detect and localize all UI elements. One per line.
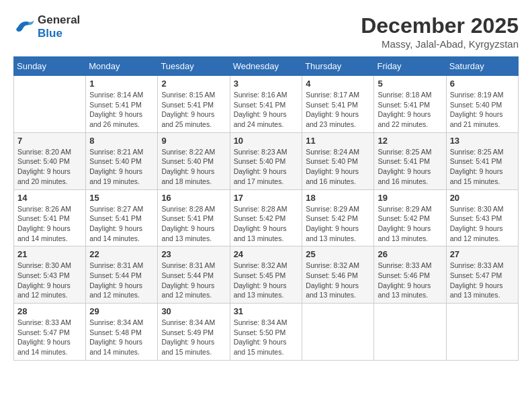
day-number: 5 bbox=[378, 79, 442, 89]
day-info: Sunrise: 8:21 AMSunset: 5:40 PMDaylight:… bbox=[89, 147, 154, 187]
page-container: General Blue December 2025 Massy, Jalal-… bbox=[13, 13, 519, 361]
day-info: Sunrise: 8:30 AMSunset: 5:43 PMDaylight:… bbox=[17, 261, 82, 300]
calendar-cell: 16Sunrise: 8:28 AMSunset: 5:41 PMDayligh… bbox=[158, 189, 230, 246]
calendar-week-4: 21Sunrise: 8:30 AMSunset: 5:43 PMDayligh… bbox=[14, 246, 519, 304]
calendar-cell: 9Sunrise: 8:22 AMSunset: 5:40 PMDaylight… bbox=[158, 132, 230, 189]
day-number: 20 bbox=[450, 193, 515, 203]
day-number: 19 bbox=[378, 193, 442, 203]
calendar-cell: 19Sunrise: 8:29 AMSunset: 5:42 PMDayligh… bbox=[374, 189, 446, 246]
day-info: Sunrise: 8:26 AMSunset: 5:41 PMDaylight:… bbox=[17, 204, 82, 244]
day-number: 8 bbox=[89, 136, 154, 146]
calendar-cell bbox=[14, 76, 86, 133]
day-info: Sunrise: 8:25 AMSunset: 5:41 PMDaylight:… bbox=[378, 147, 442, 187]
day-info: Sunrise: 8:31 AMSunset: 5:44 PMDaylight:… bbox=[89, 261, 154, 300]
calendar-cell: 10Sunrise: 8:23 AMSunset: 5:40 PMDayligh… bbox=[230, 132, 302, 189]
day-number: 22 bbox=[89, 249, 154, 259]
col-tuesday: Tuesday bbox=[158, 57, 230, 76]
calendar-cell: 2Sunrise: 8:15 AMSunset: 5:41 PMDaylight… bbox=[158, 76, 230, 133]
logo-text: General Blue bbox=[38, 13, 80, 40]
col-saturday: Saturday bbox=[446, 57, 518, 76]
day-number: 15 bbox=[89, 193, 154, 203]
day-info: Sunrise: 8:14 AMSunset: 5:41 PMDaylight:… bbox=[89, 90, 154, 130]
day-info: Sunrise: 8:28 AMSunset: 5:41 PMDaylight:… bbox=[161, 204, 226, 244]
day-number: 10 bbox=[234, 136, 299, 146]
calendar-header-row: Sunday Monday Tuesday Wednesday Thursday… bbox=[14, 57, 519, 76]
calendar-cell: 28Sunrise: 8:33 AMSunset: 5:47 PMDayligh… bbox=[14, 304, 86, 361]
day-info: Sunrise: 8:29 AMSunset: 5:42 PMDaylight:… bbox=[378, 204, 442, 244]
day-info: Sunrise: 8:19 AMSunset: 5:40 PMDaylight:… bbox=[450, 90, 515, 130]
day-info: Sunrise: 8:30 AMSunset: 5:43 PMDaylight:… bbox=[450, 204, 515, 244]
col-wednesday: Wednesday bbox=[230, 57, 302, 76]
day-info: Sunrise: 8:34 AMSunset: 5:50 PMDaylight:… bbox=[234, 318, 299, 357]
day-info: Sunrise: 8:33 AMSunset: 5:47 PMDaylight:… bbox=[17, 318, 82, 357]
day-number: 11 bbox=[306, 136, 370, 146]
calendar-cell: 25Sunrise: 8:32 AMSunset: 5:46 PMDayligh… bbox=[302, 246, 374, 304]
day-info: Sunrise: 8:17 AMSunset: 5:41 PMDaylight:… bbox=[306, 90, 370, 130]
calendar-cell: 27Sunrise: 8:33 AMSunset: 5:47 PMDayligh… bbox=[446, 246, 518, 304]
day-number: 14 bbox=[17, 193, 82, 203]
day-number: 2 bbox=[161, 79, 226, 89]
day-number: 27 bbox=[450, 249, 515, 259]
header: General Blue December 2025 Massy, Jalal-… bbox=[13, 13, 519, 50]
day-info: Sunrise: 8:34 AMSunset: 5:49 PMDaylight:… bbox=[161, 318, 226, 357]
calendar-cell: 5Sunrise: 8:18 AMSunset: 5:41 PMDaylight… bbox=[374, 76, 446, 133]
day-number: 29 bbox=[89, 306, 154, 316]
day-number: 24 bbox=[234, 249, 299, 259]
calendar-cell: 31Sunrise: 8:34 AMSunset: 5:50 PMDayligh… bbox=[230, 304, 302, 361]
day-number: 13 bbox=[450, 136, 515, 146]
calendar-week-3: 14Sunrise: 8:26 AMSunset: 5:41 PMDayligh… bbox=[14, 189, 519, 246]
day-number: 18 bbox=[306, 193, 370, 203]
col-monday: Monday bbox=[86, 57, 158, 76]
calendar-week-5: 28Sunrise: 8:33 AMSunset: 5:47 PMDayligh… bbox=[14, 304, 519, 361]
day-info: Sunrise: 8:24 AMSunset: 5:40 PMDaylight:… bbox=[306, 147, 370, 187]
day-number: 26 bbox=[378, 249, 442, 259]
calendar-week-2: 7Sunrise: 8:20 AMSunset: 5:40 PMDaylight… bbox=[14, 132, 519, 189]
col-thursday: Thursday bbox=[302, 57, 374, 76]
calendar-cell: 14Sunrise: 8:26 AMSunset: 5:41 PMDayligh… bbox=[14, 189, 86, 246]
day-info: Sunrise: 8:23 AMSunset: 5:40 PMDaylight:… bbox=[234, 147, 299, 187]
calendar-cell: 1Sunrise: 8:14 AMSunset: 5:41 PMDaylight… bbox=[86, 76, 158, 133]
calendar-cell: 3Sunrise: 8:16 AMSunset: 5:41 PMDaylight… bbox=[230, 76, 302, 133]
calendar-cell: 30Sunrise: 8:34 AMSunset: 5:49 PMDayligh… bbox=[158, 304, 230, 361]
calendar-cell bbox=[374, 304, 446, 361]
calendar-cell: 8Sunrise: 8:21 AMSunset: 5:40 PMDaylight… bbox=[86, 132, 158, 189]
day-info: Sunrise: 8:29 AMSunset: 5:42 PMDaylight:… bbox=[306, 204, 370, 244]
day-info: Sunrise: 8:18 AMSunset: 5:41 PMDaylight:… bbox=[378, 90, 442, 130]
calendar-cell: 29Sunrise: 8:34 AMSunset: 5:48 PMDayligh… bbox=[86, 304, 158, 361]
calendar-cell: 22Sunrise: 8:31 AMSunset: 5:44 PMDayligh… bbox=[86, 246, 158, 304]
calendar-cell: 18Sunrise: 8:29 AMSunset: 5:42 PMDayligh… bbox=[302, 189, 374, 246]
calendar-cell: 15Sunrise: 8:27 AMSunset: 5:41 PMDayligh… bbox=[86, 189, 158, 246]
col-sunday: Sunday bbox=[14, 57, 86, 76]
day-number: 23 bbox=[161, 249, 226, 259]
day-number: 25 bbox=[306, 249, 370, 259]
title-section: December 2025 Massy, Jalal-Abad, Kyrgyzs… bbox=[361, 13, 519, 50]
day-number: 3 bbox=[234, 79, 299, 89]
day-info: Sunrise: 8:16 AMSunset: 5:41 PMDaylight:… bbox=[234, 90, 299, 130]
calendar-cell: 11Sunrise: 8:24 AMSunset: 5:40 PMDayligh… bbox=[302, 132, 374, 189]
day-number: 9 bbox=[161, 136, 226, 146]
day-info: Sunrise: 8:33 AMSunset: 5:46 PMDaylight:… bbox=[378, 261, 442, 300]
day-info: Sunrise: 8:20 AMSunset: 5:40 PMDaylight:… bbox=[17, 147, 82, 187]
calendar-cell: 21Sunrise: 8:30 AMSunset: 5:43 PMDayligh… bbox=[14, 246, 86, 304]
calendar-cell: 13Sunrise: 8:25 AMSunset: 5:41 PMDayligh… bbox=[446, 132, 518, 189]
calendar-cell bbox=[446, 304, 518, 361]
calendar-cell bbox=[302, 304, 374, 361]
month-title: December 2025 bbox=[361, 13, 519, 38]
day-info: Sunrise: 8:34 AMSunset: 5:48 PMDaylight:… bbox=[89, 318, 154, 357]
calendar-week-1: 1Sunrise: 8:14 AMSunset: 5:41 PMDaylight… bbox=[14, 76, 519, 133]
calendar-cell: 12Sunrise: 8:25 AMSunset: 5:41 PMDayligh… bbox=[374, 132, 446, 189]
calendar-cell: 4Sunrise: 8:17 AMSunset: 5:41 PMDaylight… bbox=[302, 76, 374, 133]
day-number: 6 bbox=[450, 79, 515, 89]
day-info: Sunrise: 8:33 AMSunset: 5:47 PMDaylight:… bbox=[450, 261, 515, 300]
day-number: 31 bbox=[234, 306, 299, 316]
day-info: Sunrise: 8:31 AMSunset: 5:44 PMDaylight:… bbox=[161, 261, 226, 300]
calendar-cell: 6Sunrise: 8:19 AMSunset: 5:40 PMDaylight… bbox=[446, 76, 518, 133]
col-friday: Friday bbox=[374, 57, 446, 76]
logo: General Blue bbox=[13, 13, 80, 40]
day-info: Sunrise: 8:25 AMSunset: 5:41 PMDaylight:… bbox=[450, 147, 515, 187]
day-number: 30 bbox=[161, 306, 226, 316]
day-info: Sunrise: 8:32 AMSunset: 5:45 PMDaylight:… bbox=[234, 261, 299, 300]
logo-icon bbox=[13, 17, 35, 36]
day-info: Sunrise: 8:32 AMSunset: 5:46 PMDaylight:… bbox=[306, 261, 370, 300]
calendar-cell: 17Sunrise: 8:28 AMSunset: 5:42 PMDayligh… bbox=[230, 189, 302, 246]
